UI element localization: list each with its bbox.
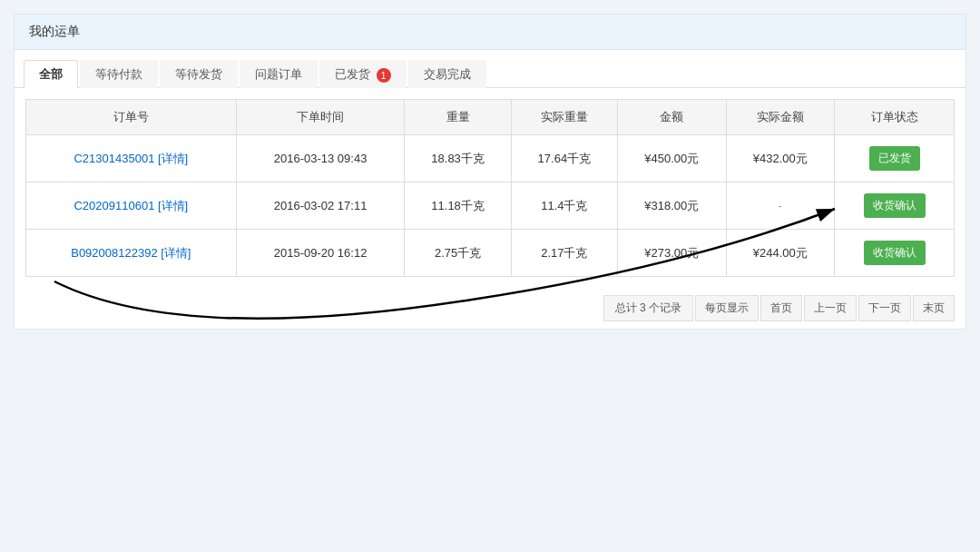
col-actual-weight: 实际重量	[511, 100, 617, 135]
panel-title: 我的运单	[15, 15, 965, 50]
col-weight: 重量	[405, 100, 511, 135]
tab-problem[interactable]: 问题订单	[240, 60, 318, 88]
next-page-btn[interactable]: 下一页	[858, 295, 911, 321]
last-page-btn[interactable]: 末页	[913, 295, 955, 321]
table-header-row: 订单号 下单时间 重量 实际重量 金额 实际金额 订单状态	[26, 100, 955, 135]
weight: 2.75千克	[405, 230, 511, 277]
amount: ¥318.00元	[617, 182, 726, 230]
col-order-no: 订单号	[26, 100, 237, 135]
order-time: 2016-03-13 09:43	[236, 135, 405, 182]
tabs-bar: 全部 等待付款 等待发货 问题订单 已发货 1 交易完成	[15, 50, 965, 88]
col-order-time: 下单时间	[236, 100, 405, 135]
pagination-bar: 总计 3 个记录 每页显示 首页 上一页 下一页 末页	[15, 288, 965, 329]
tab-all[interactable]: 全部	[24, 60, 78, 88]
amount: ¥273.00元	[617, 230, 726, 277]
order-number-link[interactable]: C20209110601 [详情]	[74, 199, 188, 212]
order-number-link[interactable]: B092008122392 [详情]	[71, 246, 191, 260]
table-row: B092008122392 [详情]2015-09-20 16:122.75千克…	[26, 230, 955, 277]
actual-weight: 2.17千克	[511, 230, 617, 277]
col-amount: 金额	[617, 100, 726, 135]
actual-amount: ¥432.00元	[726, 135, 835, 182]
col-status: 订单状态	[835, 100, 955, 135]
first-page-btn[interactable]: 首页	[760, 295, 802, 321]
page-size-btn[interactable]: 每页显示	[695, 295, 759, 321]
tab-shipped[interactable]: 已发货 1	[319, 60, 407, 88]
actual-amount: -	[726, 182, 835, 230]
weight: 11.18千克	[405, 182, 511, 230]
orders-table: 订单号 下单时间 重量 实际重量 金额 实际金额 订单状态 C213014350…	[25, 99, 955, 277]
tab-completed[interactable]: 交易完成	[408, 60, 486, 88]
prev-page-btn[interactable]: 上一页	[804, 295, 857, 321]
order-time: 2016-03-02 17:11	[236, 182, 405, 230]
order-time: 2015-09-20 16:12	[236, 230, 405, 277]
confirm-receipt-button[interactable]: 收货确认	[864, 241, 926, 265]
actual-weight: 11.4千克	[511, 182, 617, 230]
actual-weight: 17.64千克	[511, 135, 617, 182]
table-row: C21301435001 [详情]2016-03-13 09:4318.83千克…	[26, 135, 955, 182]
tab-pending-payment[interactable]: 等待付款	[80, 60, 158, 88]
actual-amount: ¥244.00元	[726, 230, 835, 277]
weight: 18.83千克	[405, 135, 511, 182]
order-status-cell: 已发货	[835, 135, 955, 182]
order-status-cell: 收货确认	[835, 182, 955, 230]
tab-pending-shipment[interactable]: 等待发货	[160, 60, 238, 88]
total-records: 总计 3 个记录	[603, 295, 693, 321]
orders-table-container: 订单号 下单时间 重量 实际重量 金额 实际金额 订单状态 C213014350…	[15, 88, 965, 288]
shipped-status-button[interactable]: 已发货	[869, 146, 920, 171]
order-status-cell: 收货确认	[835, 230, 955, 277]
confirm-receipt-button[interactable]: 收货确认	[864, 193, 926, 218]
table-row: C20209110601 [详情]2016-03-02 17:1111.18千克…	[26, 182, 955, 230]
col-actual-amount: 实际金额	[726, 100, 835, 135]
order-number-link[interactable]: C21301435001 [详情]	[74, 152, 188, 165]
shipped-badge: 1	[377, 68, 391, 83]
amount: ¥450.00元	[617, 135, 726, 182]
